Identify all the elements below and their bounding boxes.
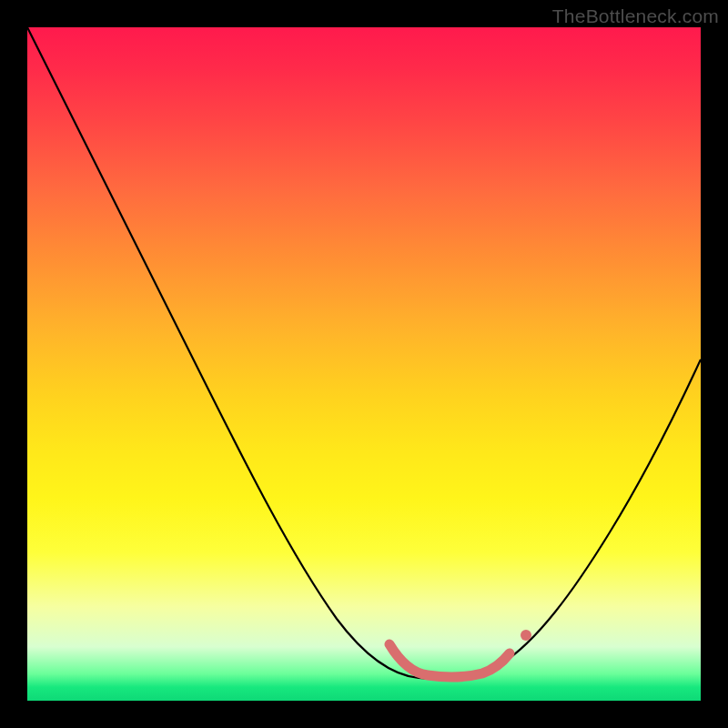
plot-area [27,27,701,701]
bottleneck-curve [27,27,701,701]
chart-frame: TheBottleneck.com [0,0,728,728]
valley-marker [389,644,510,677]
valley-marker-dot [521,630,531,641]
watermark-text: TheBottleneck.com [552,5,719,27]
curve-path [27,27,701,679]
